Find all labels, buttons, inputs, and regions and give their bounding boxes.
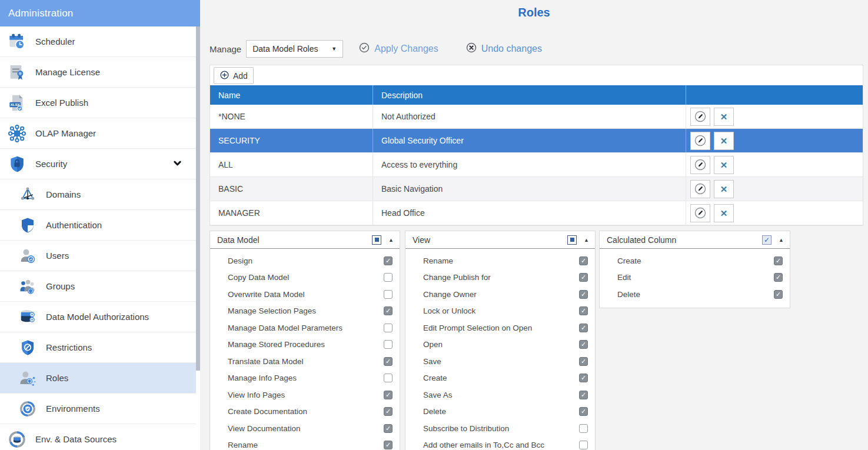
add-role-button[interactable]: Add: [214, 67, 254, 84]
panel-view: View ▲ Rename Change Publish for: [405, 231, 596, 450]
pencil-circle-icon: [694, 158, 707, 171]
sidebar-item[interactable]: Env. & Data Sources: [0, 424, 196, 450]
permission-checkbox[interactable]: [384, 306, 393, 315]
delete-role-button[interactable]: ✕: [714, 180, 734, 198]
permission-checkbox[interactable]: [384, 374, 393, 382]
close-icon: ✕: [720, 136, 728, 145]
scheduler-icon: [7, 32, 27, 52]
edit-role-button[interactable]: [690, 132, 710, 150]
sidebar-item[interactable]: Domains: [0, 179, 196, 210]
collapse-arrow-icon[interactable]: ▲: [584, 237, 589, 243]
permission-checkbox[interactable]: [384, 324, 393, 332]
permission-row: Rename: [210, 437, 400, 450]
sidebar-item[interactable]: Environments: [0, 394, 196, 424]
pencil-circle-icon: [694, 206, 707, 219]
row-actions: ✕: [686, 129, 863, 152]
manage-roles-dropdown[interactable]: Data Model Roles ▼: [246, 40, 343, 58]
sidebar-item[interactable]: Security: [0, 149, 196, 179]
scrollbar-thumb[interactable]: [196, 26, 200, 371]
pencil-circle-icon: [694, 182, 707, 195]
undo-changes-button[interactable]: Undo changes: [465, 42, 542, 56]
sidebar-item[interactable]: Authentication: [0, 210, 196, 241]
panel-data-model: Data Model ▲ Design Copy Data Model: [209, 231, 400, 450]
permission-checkbox[interactable]: [579, 424, 588, 433]
chevron-down-icon[interactable]: [173, 159, 182, 169]
delete-role-button[interactable]: ✕: [714, 204, 734, 222]
permission-checkbox[interactable]: [384, 290, 393, 299]
column-header-name[interactable]: Name: [210, 85, 373, 105]
sidebar-item[interactable]: Roles: [0, 363, 196, 394]
manage-license-icon: [7, 62, 27, 82]
permission-label: Edit Prompt Selection on Open: [423, 324, 579, 332]
sidebar-item[interactable]: XLSX Excel Publish: [0, 88, 196, 118]
permission-checkbox[interactable]: [579, 324, 588, 332]
permission-label: Open: [423, 340, 579, 349]
permission-row: Change Owner: [405, 286, 595, 303]
permission-label: Create: [423, 374, 579, 382]
edit-role-button[interactable]: [690, 156, 710, 174]
select-all-checkbox[interactable]: [372, 235, 381, 245]
permission-checkbox[interactable]: [774, 273, 783, 282]
permission-checkbox[interactable]: [384, 340, 393, 349]
sidebar-item-label: Manage License: [35, 67, 100, 77]
sidebar-item[interactable]: Scheduler: [0, 26, 196, 57]
sidebar-item-label: Excel Publish: [35, 98, 88, 108]
sidebar-scrollbar[interactable]: [196, 26, 200, 450]
permission-checkbox[interactable]: [774, 290, 783, 299]
edit-role-button[interactable]: [690, 180, 710, 198]
permission-checkbox[interactable]: [384, 357, 393, 366]
delete-role-button[interactable]: ✕: [714, 156, 734, 174]
table-row[interactable]: ALL Access to everything ✕: [210, 153, 863, 177]
permission-checkbox[interactable]: [384, 391, 393, 399]
sidebar-item[interactable]: Restrictions: [0, 332, 196, 363]
sidebar-item[interactable]: Groups: [0, 271, 196, 302]
permission-checkbox[interactable]: [774, 256, 783, 265]
permission-checkbox[interactable]: [384, 407, 393, 416]
table-row[interactable]: SECURITY Global Security Officer ✕: [210, 129, 863, 153]
table-row[interactable]: *NONE Not Authorized ✕: [210, 105, 863, 129]
permission-checkbox[interactable]: [579, 340, 588, 349]
permission-row: Copy Data Model: [210, 269, 400, 286]
permission-checkbox[interactable]: [579, 273, 588, 282]
panel-calculated-column: Calculated Column ▲ Create Edit: [599, 231, 790, 308]
permission-checkbox[interactable]: [579, 441, 588, 449]
chevron-down-icon: ▼: [331, 46, 337, 52]
sidebar-item-label: Domains: [46, 189, 81, 199]
sidebar-item-label: Security: [35, 159, 67, 169]
panel-header: Calculated Column ▲: [600, 231, 790, 249]
sidebar-item-label: OLAP Manager: [35, 128, 96, 138]
permission-checkbox[interactable]: [579, 290, 588, 299]
close-icon: ✕: [720, 112, 728, 121]
sidebar-item-label: Environments: [46, 404, 100, 414]
permission-checkbox[interactable]: [579, 256, 588, 265]
permission-checkbox[interactable]: [579, 357, 588, 366]
permission-checkbox[interactable]: [384, 441, 393, 449]
select-all-checkbox[interactable]: [762, 235, 771, 245]
edit-role-button[interactable]: [690, 204, 710, 222]
permission-label: Delete: [617, 290, 774, 299]
sidebar-item[interactable]: OLAP Manager: [0, 118, 196, 149]
permission-row: View Documentation: [210, 420, 400, 437]
sidebar-item[interactable]: Users: [0, 241, 196, 271]
column-header-description[interactable]: Description: [373, 85, 686, 105]
permission-checkbox[interactable]: [384, 273, 393, 282]
edit-role-button[interactable]: [690, 108, 710, 126]
table-row[interactable]: BASIC Basic Navigation ✕: [210, 177, 863, 201]
permission-checkbox[interactable]: [579, 391, 588, 399]
collapse-arrow-icon[interactable]: ▲: [779, 237, 784, 243]
delete-role-button[interactable]: ✕: [714, 132, 734, 150]
permission-checkbox[interactable]: [579, 374, 588, 382]
permission-checkbox[interactable]: [384, 424, 393, 433]
sidebar-item[interactable]: Data Model Authorizations: [0, 302, 196, 332]
permission-checkbox[interactable]: [384, 256, 393, 265]
permission-checkbox[interactable]: [579, 306, 588, 315]
select-all-checkbox[interactable]: [567, 235, 577, 245]
permission-checkbox[interactable]: [579, 407, 588, 416]
apply-changes-button[interactable]: Apply Changes: [358, 42, 438, 56]
permission-row: Subscribe to Distribution: [405, 420, 595, 437]
table-row[interactable]: MANAGER Head Office ✕: [210, 201, 863, 225]
delete-role-button[interactable]: ✕: [714, 108, 734, 126]
sidebar-item[interactable]: Manage License: [0, 57, 196, 88]
collapse-arrow-icon[interactable]: ▲: [388, 237, 394, 243]
plus-circle-icon: [220, 70, 230, 82]
